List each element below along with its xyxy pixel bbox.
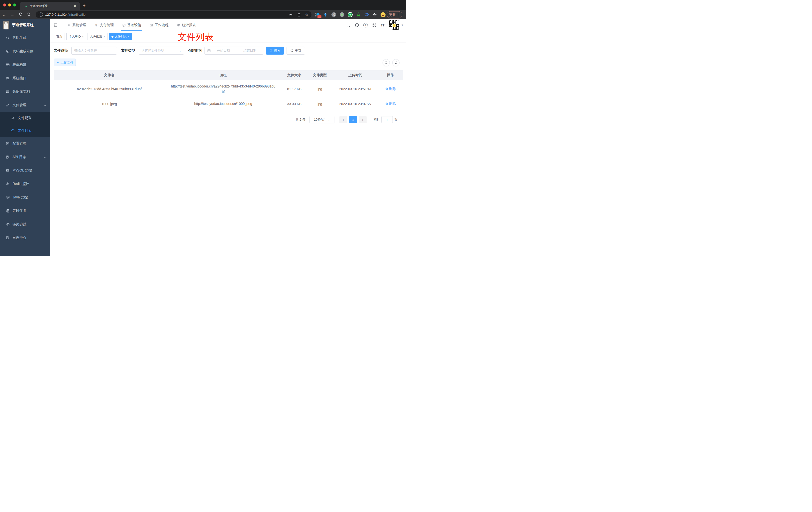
delete-button[interactable]: 删除 [385,101,396,106]
search-button[interactable]: 搜索 [266,47,284,55]
page-size-select[interactable]: 10条/页 ⌄ [310,116,335,123]
sidebar-item-file-config[interactable]: 文件配置 [0,112,50,124]
share-icon[interactable] [297,13,301,17]
tag-close-icon[interactable]: × [128,35,129,38]
sidebar-item-mysql-monitor[interactable]: MySQL 监控 [0,164,50,177]
filter-form: 文件路径 文件类型 请选择文件类型 ⌄ 创建时间 开始日期 - 结束日期 [54,47,403,55]
end-date-placeholder[interactable]: 结束日期 [239,48,261,53]
help-icon[interactable]: ? [364,23,368,27]
avatar-qr-image[interactable] [389,20,399,30]
next-page-button[interactable]: › [359,116,367,123]
topnav-workflow[interactable]: 工作流程 [148,19,169,31]
tag-close-icon[interactable]: × [103,35,105,38]
new-tab-button[interactable]: + [83,2,86,9]
extension-grid-icon[interactable]: 11 [315,12,320,17]
sidebar-item-code-example[interactable]: 代码生成示例 [0,44,50,58]
refresh-table-button[interactable] [392,59,400,66]
close-window-button[interactable] [3,3,6,6]
sidebar-item-log-center[interactable]: 日志中心 [0,231,50,244]
extension-y-icon[interactable]: y [348,12,353,17]
browser-menu-dots-icon[interactable]: ⋮ [397,13,400,17]
search-icon[interactable] [346,23,350,27]
extension-gem-icon[interactable] [323,12,328,17]
tag-file-list[interactable]: 文件列表× [109,33,132,40]
address-bar[interactable]: i 127.0.0.1:1024/infra/file/file ☆ [36,11,312,18]
extension-dot-icon[interactable] [340,12,344,17]
extension-eye-icon[interactable] [364,12,369,17]
sidebar-item-form-builder[interactable]: 表单构建 [0,58,50,71]
prev-page-button[interactable]: ‹ [340,116,347,123]
back-button[interactable]: ← [0,12,8,17]
github-icon[interactable] [355,23,359,27]
start-date-placeholder[interactable]: 开始日期 [213,48,234,53]
tag-home[interactable]: 首页 [54,33,65,40]
password-key-icon[interactable] [289,12,293,17]
browser-tab[interactable]: 芋道管理系统 ✕ [20,2,80,10]
extensions-puzzle-icon[interactable] [372,12,377,17]
delete-button[interactable]: 删除 [385,87,396,91]
font-size-icon[interactable]: TT [381,23,384,27]
sidebar-item-config-management[interactable]: 配置管理 [0,137,50,150]
log-edit-icon [6,155,10,159]
sidebar-item-api-log[interactable]: API 日志 [0,150,50,164]
browser-update-button[interactable]: 更新 ⋮ [387,11,402,19]
tab-title: 芋道管理系统 [30,4,72,8]
sidebar-item-tracing[interactable]: 链路追踪 [0,218,50,231]
file-type-select[interactable]: 请选择文件类型 ⌄ [139,47,184,55]
annotation-file-list: 文件列表 [178,31,213,43]
sidebar-logo[interactable]: 芋道管理系统 [0,19,50,31]
trash-icon [385,102,388,106]
minimize-window-button[interactable] [8,3,11,6]
refresh-icon [290,49,293,52]
bookmark-star-icon[interactable]: ☆ [305,12,309,17]
sidebar-item-system-api[interactable]: 系统接口 [0,71,50,85]
sidebar-item-java-monitor[interactable]: Java 监控 [0,191,50,204]
sidebar-item-file-management[interactable]: 文件管理 [0,98,50,112]
green-star-icon [356,12,361,17]
topnav-statistics[interactable]: 统计报表 [176,19,197,31]
tag-profile[interactable]: 个人中心× [66,33,86,40]
dot-circle [340,12,344,17]
sliders-icon [6,76,10,80]
sidebar-item-scheduled-tasks[interactable]: 定时任务 [0,204,50,218]
page-1-button[interactable]: 1 [349,116,357,123]
site-info-icon[interactable]: i [39,12,43,17]
browser-tabstrip: 芋道管理系统 ✕ + [0,0,406,10]
tag-close-icon[interactable]: × [82,35,84,38]
topnav-system-management[interactable]: 系统管理 [66,19,87,31]
file-path-input[interactable] [71,47,117,55]
extension-command-icon[interactable]: ⌘ [331,12,336,17]
upload-file-button[interactable]: ＋ 上传文件 [54,59,76,66]
window-controls[interactable] [3,3,16,6]
dashboard-icon [177,23,180,27]
reload-button[interactable] [17,12,25,17]
forward-button[interactable]: → [8,12,17,17]
col-header-actions: 操作 [378,73,403,78]
tag-file-config[interactable]: 文件配置× [88,33,107,40]
url-text[interactable]: 127.0.0.1:1024/infra/file/file [45,13,86,17]
sidebar-item-redis-monitor[interactable]: Redis 监控 [0,177,50,191]
sidebar-collapse-icon[interactable] [51,19,60,31]
tag-label: 文件列表 [115,34,127,39]
topnav-payment-management[interactable]: ¥ 支付管理 [93,19,114,31]
topnav-label: 工作流程 [155,23,169,27]
sidebar-item-code-generation[interactable]: 代码生成 [0,31,50,44]
sidebar-item-file-list[interactable]: 文件列表 [0,124,50,137]
toggle-search-button[interactable] [382,59,390,66]
tab-close-icon[interactable]: ✕ [72,4,77,8]
extension-star-icon[interactable] [356,12,361,17]
date-range-picker[interactable]: 开始日期 - 结束日期 [204,47,263,55]
zoom-window-button[interactable] [13,3,16,6]
sidebar-item-db-doc[interactable]: 数据库文档 [0,85,50,98]
topnav-infrastructure[interactable]: 基础设施 [121,19,142,31]
reset-button[interactable]: 重置 [287,47,305,55]
schedule-clock-icon [6,209,10,213]
sidebar-item-label: 表单构建 [12,63,26,67]
home-button[interactable] [25,12,33,17]
browser-chrome: 芋道管理系统 ✕ + ← → i 127.0.0.1:1024/infra/fi… [0,0,406,19]
goto-page-input[interactable] [381,116,393,123]
sidebar-item-label: 文件管理 [12,103,26,108]
fullscreen-icon[interactable] [372,23,377,27]
profile-avatar-icon[interactable] [381,12,385,17]
avatar-caret-icon[interactable]: ▾ [402,24,403,27]
